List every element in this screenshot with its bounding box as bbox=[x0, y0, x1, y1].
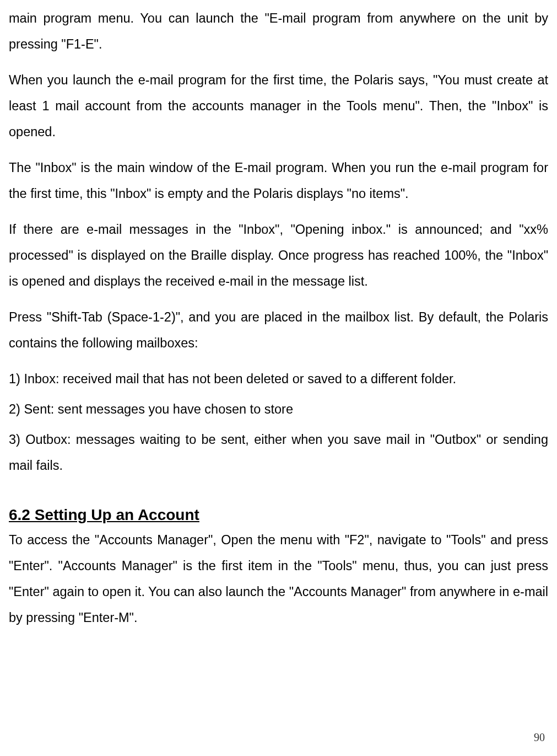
body-paragraph: The "Inbox" is the main window of the E-… bbox=[9, 155, 548, 207]
body-paragraph: main program menu. You can launch the "E… bbox=[9, 6, 548, 57]
body-paragraph: When you launch the e-mail program for t… bbox=[9, 67, 548, 145]
page-number: 90 bbox=[534, 726, 545, 748]
list-item: 3) Outbox: messages waiting to be sent, … bbox=[9, 427, 548, 479]
body-paragraph: If there are e-mail messages in the "Inb… bbox=[9, 217, 548, 294]
section-heading: 6.2 Setting Up an Account bbox=[9, 505, 548, 525]
list-item: 2) Sent: sent messages you have chosen t… bbox=[9, 396, 548, 422]
body-paragraph: To access the "Accounts Manager", Open t… bbox=[9, 527, 548, 631]
list-item: 1) Inbox: received mail that has not bee… bbox=[9, 366, 548, 392]
body-paragraph: Press "Shift-Tab (Space-1-2)", and you a… bbox=[9, 304, 548, 356]
